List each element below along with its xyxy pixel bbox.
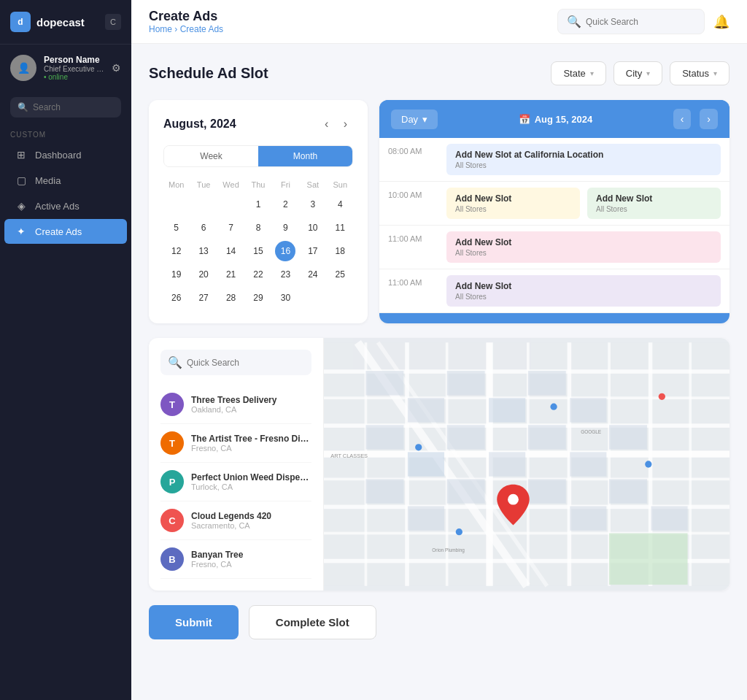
week-view-button[interactable]: Week: [164, 146, 258, 166]
calendar-day: [193, 194, 214, 215]
sidebar-item-active-ads[interactable]: ◈ Active Ads: [4, 193, 127, 218]
sidebar-item-create-ads[interactable]: ✦ Create Ads: [4, 219, 127, 244]
sidebar-search-box[interactable]: 🔍: [10, 97, 121, 118]
svg-rect-28: [408, 452, 444, 476]
map-section: 🔍 TThree Trees DeliveryOakland, CATThe A…: [149, 338, 729, 591]
svg-point-45: [550, 404, 557, 410]
location-item[interactable]: TThe Artist Tree - Fresno DispensaryFres…: [160, 424, 311, 463]
search-icon: 🔍: [168, 355, 182, 369]
location-info: The Artist Tree - Fresno DispensaryFresn…: [191, 434, 311, 453]
sidebar-extra-icon: C: [105, 14, 121, 30]
slot-card[interactable]: Add New SlotAll Stores: [446, 231, 721, 263]
map-area: ART CLASSES GOOGLE Orion Plumbing: [324, 338, 729, 591]
calendar-day[interactable]: 25: [330, 264, 350, 285]
slot-content: Add New SlotAll StoresAdd New SlotAll St…: [438, 182, 729, 225]
calendar-day[interactable]: 7: [221, 218, 241, 238]
svg-rect-21: [365, 371, 403, 395]
state-filter-button[interactable]: State ▾: [551, 61, 605, 85]
calendar-day[interactable]: 27: [193, 288, 214, 308]
calendar-next-button[interactable]: ›: [338, 115, 353, 134]
calendar-day[interactable]: 23: [275, 264, 295, 285]
location-badge: T: [160, 431, 184, 455]
slot-card-subtitle: All Stores: [455, 249, 712, 257]
calendar-day[interactable]: 12: [166, 241, 187, 261]
calendar-day[interactable]: 30: [275, 288, 295, 308]
slot-card[interactable]: Add New Slot at California LocationAll S…: [446, 144, 721, 175]
svg-rect-41: [609, 534, 687, 585]
location-badge: P: [160, 470, 184, 493]
schedule-next-button[interactable]: ›: [700, 109, 718, 129]
calendar-day[interactable]: 17: [303, 241, 323, 261]
time-label: 11:00 AM: [379, 269, 438, 296]
sidebar-search-input[interactable]: [33, 102, 114, 112]
calendar-prev-button[interactable]: ‹: [319, 115, 334, 134]
breadcrumb-home[interactable]: Home: [149, 24, 172, 34]
calendar-day[interactable]: 29: [248, 288, 268, 308]
schedule-prev-button[interactable]: ‹: [673, 109, 692, 129]
svg-rect-33: [609, 425, 647, 449]
calendar-grid: MonTueWedThuFriSatSun1234567891011121314…: [163, 177, 353, 309]
chevron-down-icon: ▾: [713, 69, 717, 77]
main-content: Create Ads Home › Create Ads 🔍 🔔 Schedul…: [131, 0, 747, 700]
map-sidebar: 🔍 TThree Trees DeliveryOakland, CATThe A…: [149, 338, 324, 591]
settings-icon[interactable]: ⚙: [112, 62, 121, 74]
calendar-day[interactable]: 11: [330, 218, 350, 238]
calendar-day[interactable]: 26: [166, 288, 187, 308]
slot-card[interactable]: Add New SlotAll Stores: [446, 188, 580, 219]
sidebar-item-dashboard[interactable]: ⊞ Dashboard: [4, 142, 127, 167]
month-view-button[interactable]: Month: [258, 146, 352, 166]
map-search-input[interactable]: [187, 358, 304, 368]
calendar-day[interactable]: 6: [193, 218, 214, 238]
sidebar: d dopecast C 👤 Person Name Chief Executi…: [0, 0, 131, 700]
calendar-day[interactable]: 16: [275, 241, 295, 261]
schedule-panel: Day ▾ 📅 Aug 15, 2024 ‹ › 08:00 AMAdd New…: [379, 100, 729, 323]
topbar-search-input[interactable]: [586, 17, 695, 27]
calendar-day-header: Fri: [273, 177, 298, 192]
submit-button[interactable]: Submit: [149, 605, 239, 639]
time-slot: 08:00 AMAdd New Slot at California Locat…: [379, 138, 729, 182]
calendar-day: [330, 288, 350, 308]
calendar-day[interactable]: 14: [221, 241, 241, 261]
svg-text:GOOGLE: GOOGLE: [581, 429, 602, 434]
chevron-down-icon: ▾: [646, 69, 650, 77]
slot-card[interactable]: Add New SlotAll Stores: [446, 275, 721, 307]
calendar-day[interactable]: 22: [248, 264, 268, 285]
notification-icon[interactable]: 🔔: [713, 14, 729, 30]
calendar-day[interactable]: 3: [303, 194, 323, 215]
calendar-day[interactable]: 4: [330, 194, 350, 215]
calendar-day[interactable]: 1: [248, 194, 268, 215]
location-item[interactable]: TThree Trees DeliveryOakland, CA: [160, 385, 311, 424]
calendar-day[interactable]: 19: [166, 264, 187, 285]
calendar-day[interactable]: 10: [303, 218, 323, 238]
topbar-search-box[interactable]: 🔍: [557, 9, 705, 34]
location-item[interactable]: PPerfect Union Weed Dispensary TurlockTu…: [160, 463, 311, 501]
map-search-box[interactable]: 🔍: [160, 350, 311, 375]
calendar-day[interactable]: 20: [193, 264, 214, 285]
calendar-day[interactable]: 18: [330, 241, 350, 261]
date-display: 📅 Aug 15, 2024: [446, 114, 665, 125]
slot-card[interactable]: Add New SlotAll Stores: [587, 188, 721, 219]
calendar-day[interactable]: 8: [248, 218, 268, 238]
calendar-view-toggle: Week Month: [163, 145, 353, 167]
city-filter-button[interactable]: City ▾: [614, 61, 662, 85]
location-city: Sacramento, CA: [191, 521, 311, 530]
calendar-day[interactable]: 15: [248, 241, 268, 261]
location-item[interactable]: BBanyan TreeFresno, CA: [160, 540, 311, 579]
calendar-day[interactable]: 21: [221, 264, 241, 285]
profile-name: Person Name: [44, 55, 104, 65]
calendar-day[interactable]: 13: [193, 241, 214, 261]
calendar-day[interactable]: 5: [166, 218, 187, 238]
calendar-day[interactable]: 9: [275, 218, 295, 238]
calendar-day[interactable]: 2: [275, 194, 295, 215]
day-toggle-button[interactable]: Day ▾: [391, 109, 438, 129]
location-item[interactable]: CCloud Legends 420Sacramento, CA: [160, 501, 311, 540]
sidebar-item-media[interactable]: ▢ Media: [4, 168, 127, 193]
calendar-day[interactable]: 24: [303, 264, 323, 285]
calendar-schedule-row: August, 2024 ‹ › Week Month MonTueWedThu…: [149, 100, 729, 323]
create-ads-icon: ✦: [15, 226, 28, 237]
complete-slot-button[interactable]: Complete Slot: [249, 605, 376, 639]
calendar-day[interactable]: 28: [221, 288, 241, 308]
calendar-day-header: Wed: [218, 177, 244, 192]
status-filter-button[interactable]: Status ▾: [670, 61, 729, 85]
sidebar-section-label: CUSTOM: [0, 123, 131, 142]
